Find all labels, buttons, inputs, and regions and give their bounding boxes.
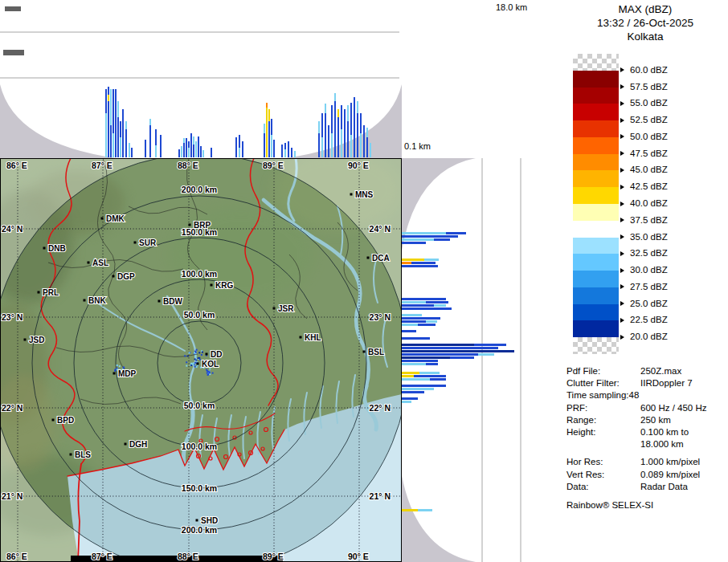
echo-pixel — [202, 352, 203, 353]
city-marker-dot — [273, 307, 276, 310]
echo-bar-segment — [402, 401, 411, 403]
legend-tick-arrow-icon — [620, 284, 624, 289]
legend-tick-label: 42.5 dBZ — [630, 181, 668, 191]
echo-pixel — [209, 372, 211, 373]
echo-bar-segment — [242, 141, 243, 157]
echo-bar-segment — [402, 344, 474, 346]
echo-bar-segment — [426, 301, 448, 303]
legend-panel: MAX (dBZ) 13:32 / 26-Oct-2025 Kolkata 60… — [562, 0, 728, 562]
echo-bar-segment — [105, 89, 107, 113]
echo-bar-segment — [334, 93, 336, 101]
echo-bar-segment — [402, 360, 438, 362]
echo-bar-segment — [450, 356, 474, 359]
echo-bar-segment — [268, 121, 270, 157]
echo-pixel — [192, 363, 194, 364]
echo-bar-segment — [264, 133, 265, 157]
city-label: DD — [211, 350, 222, 359]
legend-color-block — [573, 170, 619, 187]
range-ring-label: 50.0 km — [184, 401, 215, 410]
legend-color-block — [573, 154, 619, 171]
echo-bar-segment — [446, 232, 466, 234]
echo-bar-segment — [181, 146, 182, 157]
echo-bar-segment — [402, 509, 418, 511]
echo-bar-segment — [402, 304, 434, 307]
legend-color-block — [573, 320, 619, 337]
echo-pixel — [114, 369, 116, 370]
echo-bar-segment — [402, 324, 418, 326]
city-marker-dot — [112, 275, 115, 278]
product-datetime: 13:32 / 26-Oct-2025 — [562, 17, 728, 29]
echo-pixel — [194, 358, 196, 360]
legend-tick-arrow-icon — [620, 268, 624, 273]
echo-bar-segment — [402, 337, 430, 340]
city-marker-dot — [158, 300, 161, 303]
echo-bar-segment — [411, 262, 436, 264]
legend-tick-label: 22.5 dBZ — [630, 315, 668, 324]
legend-tick-arrow-icon — [620, 101, 624, 106]
legend-tick-label: 25.0 dBZ — [630, 299, 668, 308]
info-row: Range:250 km — [566, 414, 727, 426]
echo-bar-segment — [145, 140, 146, 157]
city-marker-dot — [350, 193, 353, 196]
legend-tick-label: 32.5 dBZ — [630, 248, 668, 258]
echo-bar-segment — [357, 101, 358, 113]
echo-bar-segment — [195, 141, 197, 157]
range-ring-label: 200.0 km — [182, 525, 217, 535]
info-label: Range: — [566, 414, 640, 426]
grid-label: 89° E — [263, 552, 284, 561]
echo-bar-segment — [341, 105, 342, 129]
echo-bar-segment — [363, 125, 365, 157]
echo-bar-segment — [155, 145, 157, 157]
city-marker-dot — [101, 218, 104, 220]
city-label: KRG — [215, 281, 233, 290]
city-label: PRL — [43, 288, 59, 297]
echo-bar-segment — [120, 137, 121, 157]
echo-bar-segment — [239, 148, 240, 157]
legend-tick-label: 57.5 dBZ — [630, 82, 668, 92]
echo-bar-segment — [160, 135, 162, 157]
echo-bar-segment — [402, 317, 440, 320]
echo-bar-segment — [402, 238, 434, 241]
legend-tick-arrow-icon — [620, 301, 624, 306]
echo-bar-segment — [108, 101, 109, 157]
echo-pixel — [194, 356, 196, 357]
echo-bar-segment — [334, 101, 336, 157]
legend-colorbar — [573, 54, 619, 354]
echo-bar-segment — [430, 378, 446, 381]
legend-tick-arrow-icon — [620, 251, 624, 256]
info-row: Clutter Filter:IIRDoppler 7 — [566, 377, 727, 389]
echo-pixel — [184, 355, 186, 356]
city-label: BSL — [368, 348, 384, 356]
grid-label: 90° E — [348, 161, 369, 170]
echo-bar-segment — [474, 344, 506, 346]
city-marker-dot — [300, 336, 302, 339]
city-marker-dot — [196, 519, 198, 522]
echo-bar-segment — [125, 121, 127, 129]
info-row: 18.000 km — [566, 438, 727, 450]
echo-bar-segment — [402, 232, 446, 234]
echo-bar-segment — [402, 242, 426, 244]
echo-pixel — [189, 352, 190, 354]
echo-bar-segment — [344, 109, 346, 157]
legend-color-block — [573, 54, 619, 71]
city-label: KHL — [305, 333, 321, 342]
legend-tick-label: 20.0 dBZ — [630, 332, 668, 341]
echo-bar-segment — [211, 148, 212, 157]
echo-pixel — [194, 352, 195, 354]
echo-bar-segment — [325, 104, 326, 113]
echo-bar-segment — [402, 265, 438, 267]
legend-tick-label: 27.5 dBZ — [630, 282, 668, 291]
echo-bar-segment — [434, 238, 450, 241]
grid-label: 22° N — [2, 403, 22, 413]
echo-bar-segment — [325, 113, 326, 157]
echo-bar-segment — [402, 397, 418, 400]
city-label: BDW — [163, 297, 182, 306]
info-value: 600 Hz / 450 Hz — [640, 402, 706, 414]
range-ring-label: 150.0 km — [182, 483, 217, 493]
info-label: Time sampling:48 — [566, 389, 640, 401]
echo-bar-segment — [112, 133, 114, 157]
echo-pixel — [209, 368, 211, 369]
echo-bar-segment — [186, 138, 187, 157]
grid-label: 87° E — [92, 552, 112, 561]
echo-bar-segment — [347, 105, 349, 121]
